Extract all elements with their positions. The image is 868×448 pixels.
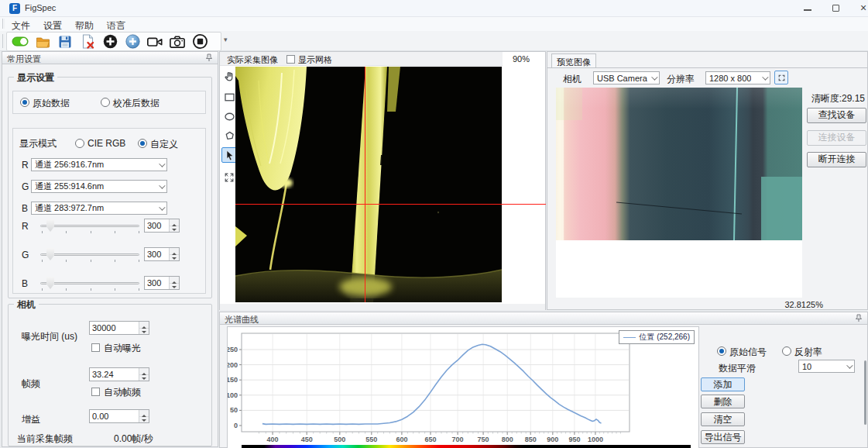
camera-select-value: USB Camera: [597, 74, 647, 83]
radio-cie-rgb-label: CIE RGB: [87, 138, 125, 149]
add-button[interactable]: 添加: [701, 377, 745, 391]
add-black-icon[interactable]: [101, 33, 118, 50]
slider-b-value-spin[interactable]: 300: [144, 276, 180, 290]
radio-cie-rgb[interactable]: [75, 139, 84, 148]
maximize-button[interactable]: [824, 0, 847, 17]
preview-image-margin: [556, 240, 802, 298]
cursor-select-tool[interactable]: [221, 147, 237, 163]
camera-settings-label: 相机: [14, 298, 39, 312]
preview-tab[interactable]: 预览图像: [551, 53, 596, 68]
photo-camera-icon[interactable]: [169, 33, 186, 50]
slider-r-track[interactable]: [40, 225, 139, 227]
data-smooth-select[interactable]: 10: [798, 360, 855, 373]
radio-reflectance[interactable]: [782, 346, 791, 356]
radio-raw-data[interactable]: [20, 98, 29, 107]
resolution-select-label: 分辨率: [667, 73, 695, 86]
channel-b-label: B: [22, 203, 28, 214]
stop-record-icon[interactable]: [191, 33, 208, 50]
figspec-window: F FigSpec × 文件 设置 帮助 语言 ▾ 常用: [0, 0, 868, 448]
slider-g-value-spin[interactable]: 300: [144, 247, 180, 261]
display-settings-label: 显示设置: [14, 71, 57, 84]
channel-g-label: G: [22, 181, 29, 192]
svg-text:100: 100: [228, 391, 238, 399]
auto-framerate-label: 自动帧频: [104, 386, 141, 399]
export-signal-button[interactable]: 导出信号: [701, 430, 745, 444]
delete-document-icon[interactable]: [79, 33, 96, 50]
auto-framerate-checkbox[interactable]: [91, 388, 100, 396]
slider-g-label: G: [22, 250, 29, 260]
spectrum-chart-container: 4004505005506006507007508008509009501000…: [227, 326, 699, 448]
capture-image[interactable]: [235, 67, 502, 302]
svg-text:750: 750: [478, 436, 489, 443]
channel-r-select[interactable]: 通道 256:916.7nm: [31, 158, 167, 171]
close-button[interactable]: ×: [852, 0, 868, 17]
common-settings-title: 常用设置: [7, 54, 41, 64]
minimize-button[interactable]: [796, 0, 819, 17]
slider-g-track[interactable]: [40, 253, 139, 256]
auto-exposure-checkbox[interactable]: [91, 343, 100, 352]
rect-select-tool[interactable]: [221, 89, 237, 105]
radio-calibrated-data[interactable]: [101, 98, 110, 107]
data-smooth-label: 数据平滑: [719, 362, 756, 375]
ellipse-select-tool[interactable]: [221, 109, 237, 124]
dock-pin-icon[interactable]: [855, 314, 863, 324]
channel-g-select[interactable]: 通道 255:914.6nm: [31, 180, 167, 193]
toolbar-drag-handle[interactable]: [2, 34, 3, 48]
show-grid-checkbox[interactable]: [286, 55, 295, 64]
gain-spin[interactable]: 0.00: [89, 409, 149, 423]
vertical-scrollbar[interactable]: [864, 360, 866, 425]
crosshair-vertical-line: [365, 67, 365, 302]
channel-b-select[interactable]: 通道 283:972.7nm: [31, 202, 167, 215]
slider-b-track[interactable]: [40, 282, 139, 284]
menubar-drag-handle[interactable]: [2, 19, 3, 29]
show-grid-label: 显示网格: [298, 54, 332, 66]
clear-button[interactable]: 清空: [701, 412, 745, 426]
clarity-value: 清晰度:29.15: [803, 92, 865, 105]
gain-value: 0.00: [90, 410, 139, 422]
delete-button[interactable]: 删除: [701, 395, 745, 408]
resolution-select[interactable]: 1280 x 800: [705, 71, 770, 84]
toggle-on-icon[interactable]: [12, 33, 29, 50]
connect-device-button[interactable]: 连接设备: [807, 130, 866, 146]
dock-pin-icon[interactable]: [205, 53, 213, 64]
disconnect-button[interactable]: 断开连接: [807, 152, 866, 167]
polygon-select-tool[interactable]: [221, 128, 237, 143]
toolbar-overflow-chevron-icon[interactable]: ▾: [224, 36, 228, 43]
svg-text:800: 800: [502, 436, 513, 443]
exposure-value: 30000: [90, 322, 139, 334]
chart-legend: 位置 (252,266): [619, 330, 695, 344]
chevron-down-icon: [762, 74, 768, 80]
fit-view-tool[interactable]: [221, 170, 237, 185]
svg-text:950: 950: [568, 436, 580, 443]
exposure-spin[interactable]: 30000: [89, 321, 149, 335]
channel-g-value: 通道 255:914.6nm: [35, 181, 104, 192]
radio-calibrated-data-label: 校准后数据: [113, 97, 160, 110]
tab-underline: [547, 67, 867, 68]
framerate-spin[interactable]: 33.24: [89, 367, 149, 381]
minimize-icon: [804, 9, 811, 11]
radio-raw-signal[interactable]: [717, 346, 726, 356]
spectrum-panel: 光谱曲线 40045050055060065070075080085090095…: [219, 312, 868, 448]
toolbar: [6, 32, 221, 51]
radio-reflectance-label: 反射率: [794, 346, 822, 359]
save-icon[interactable]: [57, 33, 74, 50]
camera-select[interactable]: USB Camera: [593, 71, 660, 84]
svg-text:400: 400: [267, 436, 279, 443]
add-device-icon[interactable]: [124, 33, 141, 50]
slider-r-value-spin[interactable]: 300: [144, 219, 180, 233]
common-settings-header: 常用设置: [2, 52, 218, 64]
preview-fullscreen-button[interactable]: [774, 71, 788, 84]
video-camera-icon[interactable]: [146, 33, 163, 50]
display-mode-label: 显示模式: [19, 137, 57, 150]
svg-text:500: 500: [334, 436, 345, 443]
spectrum-header: 光谱曲线: [220, 312, 867, 325]
framerate-label: 帧频: [22, 377, 40, 391]
open-folder-icon[interactable]: [34, 33, 51, 50]
radio-custom[interactable]: [138, 139, 147, 148]
gain-label: 增益: [22, 413, 40, 426]
preview-panel: 预览图像 相机 USB Camera 分辨率 1280 x 800: [547, 51, 868, 310]
capture-title: 实际采集图像: [227, 54, 278, 66]
find-device-button[interactable]: 查找设备: [807, 108, 866, 123]
pan-hand-tool[interactable]: [221, 68, 237, 84]
svg-text:550: 550: [365, 436, 377, 443]
